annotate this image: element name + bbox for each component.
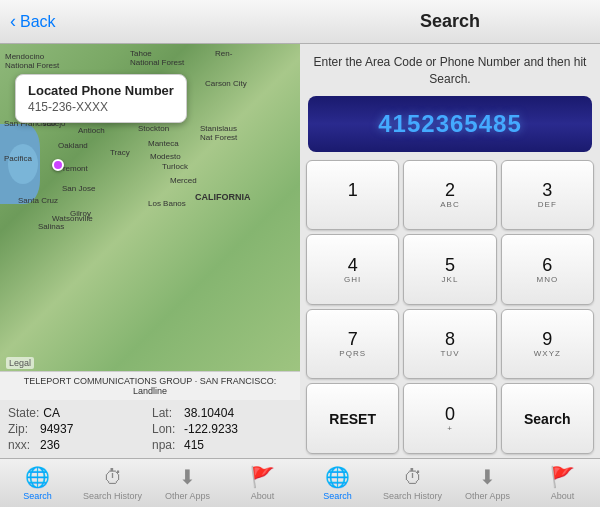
key-4-main: 4 (348, 256, 358, 274)
state-value: CA (43, 406, 60, 420)
key-0-main: 0 (445, 405, 455, 423)
keypad-row-3: 7 PQRS 8 TUV 9 WXYZ (306, 309, 594, 380)
npa-value: 415 (184, 438, 204, 452)
map-label-mendocino: MendocinoNational Forest (5, 52, 59, 70)
right-tab-history[interactable]: ⏱ Search History (375, 459, 450, 507)
right-tab-search-label: Search (323, 491, 352, 501)
left-tab-about-icon: 🚩 (250, 465, 275, 489)
key-8-main: 8 (445, 330, 455, 348)
key-5[interactable]: 5 JKL (403, 234, 496, 305)
map-container: MendocinoNational Forest TahoeNational F… (0, 44, 300, 371)
state-label: State: (8, 406, 39, 420)
key-2[interactable]: 2 ABC (403, 160, 496, 231)
left-tab-bar: 🌐 Search ⏱ Search History ⬇ Other Apps 🚩… (0, 458, 300, 507)
right-tab-about[interactable]: 🚩 About (525, 459, 600, 507)
teleport-bar: TELEPORT COMMUNICATIONS GROUP · SAN FRAN… (0, 371, 300, 400)
map-label-modesto: Modesto (150, 152, 181, 161)
key-6-main: 6 (542, 256, 552, 274)
right-tab-about-label: About (551, 491, 575, 501)
right-panel: Search Enter the Area Code or Phone Numb… (300, 0, 600, 507)
map-label-oakland: Oakland (58, 141, 88, 150)
right-tab-bar: 🌐 Search ⏱ Search History ⬇ Other Apps 🚩… (300, 458, 600, 507)
reset-button[interactable]: RESET (306, 383, 399, 454)
map-label-pacifica: Pacifica (4, 154, 32, 163)
key-9[interactable]: 9 WXYZ (501, 309, 594, 380)
info-lon-row: Lon: -122.9233 (152, 422, 292, 436)
key-7[interactable]: 7 PQRS (306, 309, 399, 380)
keypad-row-1: 1 2 ABC 3 DEF (306, 160, 594, 231)
key-4[interactable]: 4 GHI (306, 234, 399, 305)
right-tab-about-icon: 🚩 (550, 465, 575, 489)
lon-value: -122.9233 (184, 422, 238, 436)
map-label-merced: Merced (170, 176, 197, 185)
key-5-main: 5 (445, 256, 455, 274)
location-pin (52, 159, 64, 171)
info-zip-row: Zip: 94937 (8, 422, 148, 436)
search-header: Search (300, 0, 600, 44)
map-label-turlock: Turlock (162, 162, 188, 171)
right-tab-otherapps-icon: ⬇ (479, 465, 496, 489)
back-button[interactable]: ‹ Back (10, 11, 56, 32)
key-2-main: 2 (445, 181, 455, 199)
right-tab-history-label: Search History (383, 491, 442, 501)
map-label-reno: Ren- (215, 49, 232, 58)
map-label-watsonville: Watsonville (52, 214, 93, 223)
teleport-text: TELEPORT COMMUNICATIONS GROUP · SAN FRAN… (24, 376, 276, 396)
npa-label: npa: (152, 438, 180, 452)
lat-label: Lat: (152, 406, 180, 420)
left-tab-history[interactable]: ⏱ Search History (75, 459, 150, 507)
left-tab-about[interactable]: 🚩 About (225, 459, 300, 507)
key-1[interactable]: 1 (306, 160, 399, 231)
key-7-main: 7 (348, 330, 358, 348)
map-label-tahoe: TahoeNational Forest (130, 49, 184, 67)
info-state-row: State: CA (8, 406, 148, 420)
popup-title: Located Phone Number (28, 83, 174, 98)
map-label-stanislaus: StanislausNat Forest (200, 124, 237, 142)
phone-display: 4152365485 (308, 96, 592, 152)
key-0[interactable]: 0 + (403, 383, 496, 454)
left-tab-search-label: Search (23, 491, 52, 501)
map-label-losbanos: Los Banos (148, 199, 186, 208)
key-6[interactable]: 6 MNO (501, 234, 594, 305)
back-chevron-icon: ‹ (10, 11, 16, 32)
info-grid: State: CA Lat: 38.10404 Zip: 94937 Lon: … (0, 400, 300, 458)
location-popup: Located Phone Number 415-236-XXXX (15, 74, 187, 123)
key-6-sub: MNO (536, 275, 558, 284)
right-tab-search-icon: 🌐 (325, 465, 350, 489)
map-label-tracy: Tracy (110, 148, 130, 157)
map-label-stockton: Stockton (138, 124, 169, 133)
info-nxx-row: nxx: 236 (8, 438, 148, 452)
zip-label: Zip: (8, 422, 36, 436)
info-lat-row: Lat: 38.10404 (152, 406, 292, 420)
left-tab-history-label: Search History (83, 491, 142, 501)
left-tab-about-label: About (251, 491, 275, 501)
key-3[interactable]: 3 DEF (501, 160, 594, 231)
key-9-main: 9 (542, 330, 552, 348)
key-3-sub: DEF (538, 200, 557, 209)
phone-number: 4152365485 (378, 110, 521, 137)
nxx-label: nxx: (8, 438, 36, 452)
key-8-sub: TUV (440, 349, 459, 358)
reset-label: RESET (329, 412, 376, 426)
left-tab-otherapps-icon: ⬇ (179, 465, 196, 489)
key-4-sub: GHI (344, 275, 361, 284)
key-7-sub: PQRS (339, 349, 366, 358)
key-8[interactable]: 8 TUV (403, 309, 496, 380)
key-5-sub: JKL (442, 275, 459, 284)
search-title: Search (420, 11, 480, 32)
popup-number: 415-236-XXXX (28, 100, 174, 114)
legal-label: Legal (6, 357, 34, 369)
keypad-row-4: RESET 0 + Search (306, 383, 594, 454)
key-9-sub: WXYZ (534, 349, 561, 358)
left-tab-otherapps[interactable]: ⬇ Other Apps (150, 459, 225, 507)
map-label-sanjose: San Jose (62, 184, 95, 193)
left-tab-search[interactable]: 🌐 Search (0, 459, 75, 507)
map-label-salinas: Salinas (38, 222, 64, 231)
right-tab-search[interactable]: 🌐 Search (300, 459, 375, 507)
left-tab-search-icon: 🌐 (25, 465, 50, 489)
right-tab-otherapps[interactable]: ⬇ Other Apps (450, 459, 525, 507)
map-label-california: CALIFORNIA (195, 192, 251, 202)
search-button[interactable]: Search (501, 383, 594, 454)
search-label: Search (524, 412, 571, 426)
keypad: 1 2 ABC 3 DEF 4 GHI 5 JKL 6 (300, 160, 600, 458)
